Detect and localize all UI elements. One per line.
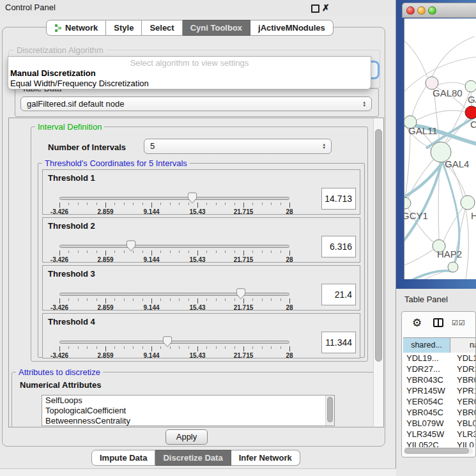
number-of-intervals-label: Number of Intervals (48, 142, 126, 152)
network-edge[interactable] (417, 111, 465, 120)
slider-track[interactable] (59, 197, 289, 200)
table-row[interactable]: YLR345WYLR3 (403, 429, 476, 440)
network-edge[interactable] (412, 86, 426, 116)
algorithm-prompt-item[interactable]: Select algorithm to view settings (8, 57, 371, 68)
table-row[interactable]: YBR043CYBR0 (403, 374, 476, 385)
network-node-gcy1[interactable] (404, 197, 411, 209)
network-node-h[interactable] (461, 196, 475, 210)
algorithm-option-manual[interactable]: Manual Discretization (8, 68, 371, 79)
threshold-slider[interactable]: -3.4262.8599.14415.4321.71528 (59, 288, 289, 311)
tick-mark (87, 346, 88, 349)
network-node-red[interactable] (465, 106, 476, 119)
network-window-titlebar (402, 3, 476, 18)
threshold-value-field[interactable]: 21.4 (321, 284, 356, 305)
threshold-value-field[interactable]: 14.713 (321, 188, 356, 210)
cell-name[interactable]: YDL1 (450, 353, 476, 364)
tick-mark (188, 298, 189, 301)
network-edge[interactable] (432, 36, 475, 77)
numerical-attributes-list[interactable]: SelfLoopsTopologicalCoefficientBetweenne… (42, 395, 335, 426)
column-header-name[interactable]: na (450, 338, 476, 353)
interval-definition-title: Interval Definition (35, 122, 104, 132)
attribute-list-item[interactable]: BetweennessCentrality (42, 416, 334, 426)
network-edge[interactable] (404, 38, 427, 77)
cell-name[interactable]: YER0 (450, 396, 476, 407)
list-scrollbar-thumb[interactable] (327, 397, 333, 422)
cell-shared-name[interactable]: YPR145W (403, 385, 450, 396)
vertical-scrollbar-thumb[interactable] (375, 129, 382, 362)
zoom-traffic-light-icon[interactable] (428, 6, 436, 15)
network-canvas[interactable]: GAL80GACGAL11GAL4GCY1HHAP2 (404, 19, 476, 279)
tab-impute-data[interactable]: Impute Data (91, 450, 155, 466)
network-edge[interactable] (438, 82, 465, 85)
cell-name[interactable]: YPR1 (450, 385, 476, 396)
columns-icon[interactable] (433, 318, 443, 327)
cell-name[interactable]: YBL0 (450, 418, 476, 429)
select-columns-icon[interactable]: ☑☑ (452, 319, 466, 327)
cell-shared-name[interactable]: YDL19... (403, 353, 450, 364)
cell-shared-name[interactable]: YBL079W (403, 418, 450, 429)
tab-network[interactable]: Network (46, 20, 106, 36)
cell-shared-name[interactable]: YER054C (403, 396, 450, 407)
slider-track[interactable] (59, 293, 289, 296)
number-of-intervals-combobox[interactable]: 5 ▲▼ (144, 139, 332, 154)
slider-track[interactable] (59, 341, 289, 344)
cell-shared-name[interactable]: YBR043C (403, 374, 450, 385)
vertical-scrollbar[interactable] (373, 118, 383, 427)
tab-infer-network[interactable]: Infer Network (231, 450, 300, 466)
horizontal-scrollbar-thumb[interactable] (404, 448, 469, 454)
cell-name[interactable]: YDR2 (450, 364, 476, 374)
table-row[interactable]: YDL19...YDL1 (403, 353, 476, 364)
cell-name[interactable]: YLR3 (450, 429, 476, 440)
cell-name[interactable]: YBR0 (450, 374, 476, 385)
table-row[interactable]: YPR145WYPR1 (403, 385, 476, 396)
tab-discretize-data[interactable]: Discretize Data (155, 450, 231, 466)
threshold-slider[interactable]: -3.4262.8599.14415.4321.71528 (59, 336, 289, 359)
table-row[interactable]: YBR045CYBR0 (403, 407, 476, 418)
threshold-value-field[interactable]: 11.344 (321, 332, 356, 353)
cell-shared-name[interactable]: YDR27... (403, 364, 450, 374)
tick-mark (105, 203, 106, 208)
table-toolbar: ⚙ ☑☑ (402, 312, 475, 335)
minimize-traffic-light-icon[interactable] (417, 6, 426, 15)
network-edge[interactable] (404, 271, 453, 279)
network-edge[interactable] (404, 249, 434, 266)
threshold-value-field[interactable]: 6.316 (321, 236, 356, 257)
tab-select[interactable]: Select (142, 20, 182, 36)
attribute-list-item[interactable]: SelfLoops (42, 395, 334, 406)
tick-mark (216, 346, 217, 349)
table-row[interactable]: YBL079WYBL0 (403, 418, 476, 429)
slider-track[interactable] (59, 245, 289, 248)
network-edge[interactable] (405, 128, 410, 197)
tab-jactivemnodules[interactable]: jActiveMNodules (250, 20, 334, 36)
cell-shared-name[interactable]: YBR045C (403, 407, 450, 418)
apply-button[interactable]: Apply (165, 429, 208, 445)
tick-mark (252, 346, 253, 349)
algorithm-option-equal-width[interactable]: Equal Width/Frequency Discretization (8, 79, 371, 89)
attributes-group: Attributes to discretize Numerical Attri… (12, 372, 374, 427)
tick-label: 2.859 (97, 304, 113, 311)
cell-shared-name[interactable]: YLR345W (403, 429, 450, 440)
close-icon[interactable]: ✗ (322, 2, 330, 13)
cell-name[interactable]: YIL0 (450, 440, 476, 447)
network-node-n9[interactable] (448, 262, 458, 272)
attribute-list-item[interactable]: TopologicalCoefficient (42, 406, 334, 416)
threshold-slider[interactable]: -3.4262.8599.14415.4321.71528 (59, 192, 289, 215)
table-row[interactable]: YDR27...YDR2 (403, 364, 476, 374)
network-edge[interactable] (404, 160, 444, 200)
table-row[interactable]: YIL052CYIL0 (403, 440, 476, 447)
table-data-combobox[interactable]: galFiltered.sif default node ▲▼ (20, 96, 372, 111)
horizontal-scrollbar[interactable] (404, 447, 473, 454)
tab-cyni-toolbox[interactable]: Cyni Toolbox (183, 20, 250, 36)
threshold-slider[interactable]: -3.4262.8599.14415.4321.71528 (59, 240, 289, 263)
network-node-ga[interactable] (465, 81, 476, 92)
close-traffic-light-icon[interactable] (406, 6, 415, 15)
gear-icon[interactable]: ⚙ (412, 316, 422, 330)
cell-name[interactable]: YBR0 (450, 407, 476, 418)
column-header-shared-name[interactable]: shared... (403, 338, 450, 353)
tab-label: Network (65, 20, 98, 35)
list-scrollbar[interactable] (325, 395, 334, 426)
cell-shared-name[interactable]: YIL052C (403, 440, 450, 447)
float-icon[interactable] (311, 4, 319, 13)
table-row[interactable]: YER054CYER0 (403, 396, 476, 407)
tab-style[interactable]: Style (106, 20, 142, 36)
